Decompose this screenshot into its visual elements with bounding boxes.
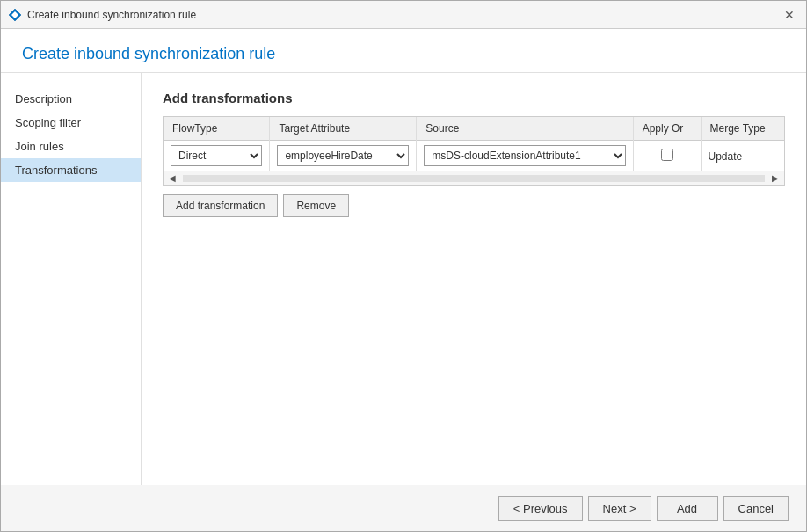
sidebar-item-description[interactable]: Description	[1, 87, 141, 111]
target-attribute-dropdown[interactable]: employeeHireDate	[277, 145, 409, 166]
col-header-apply-once: Apply Or	[633, 117, 701, 141]
table-row: Direct Expression Constant employeeHireD…	[164, 141, 784, 171]
col-header-source: Source	[417, 117, 633, 141]
cell-flow-type: Direct Expression Constant	[164, 141, 270, 171]
footer: < Previous Next > Add Cancel	[1, 485, 806, 531]
cell-apply-once	[633, 141, 701, 171]
previous-button[interactable]: < Previous	[498, 496, 583, 521]
window-title: Create inbound synchronization rule	[27, 9, 196, 21]
close-button[interactable]: ✕	[780, 5, 799, 25]
right-panel: Add transformations FlowType Target Attr…	[142, 73, 806, 485]
table-header-row: FlowType Target Attribute Source Apply O…	[164, 117, 784, 141]
page-header: Create inbound synchronization rule	[1, 29, 806, 73]
app-icon	[8, 8, 22, 22]
section-title: Add transformations	[163, 91, 785, 106]
content-area: Create inbound synchronization rule Desc…	[1, 29, 806, 485]
sidebar: Description Scoping filter Join rules Tr…	[1, 73, 142, 485]
table-scroll-wrapper: FlowType Target Attribute Source Apply O…	[164, 117, 784, 171]
sidebar-item-scoping-filter[interactable]: Scoping filter	[1, 111, 141, 135]
col-header-flow-type: FlowType	[164, 117, 270, 141]
add-transformation-button[interactable]: Add transformation	[163, 194, 278, 217]
main-window: Create inbound synchronization rule ✕ Cr…	[0, 0, 807, 532]
transformations-table-container: FlowType Target Attribute Source Apply O…	[163, 116, 785, 186]
title-bar-left: Create inbound synchronization rule	[8, 8, 196, 22]
scroll-track	[183, 175, 765, 182]
remove-button[interactable]: Remove	[283, 194, 349, 217]
source-dropdown[interactable]: msDS-cloudExtensionAttribute1	[424, 145, 625, 166]
flow-type-dropdown[interactable]: Direct Expression Constant	[171, 145, 262, 166]
horizontal-scrollbar[interactable]: ◀ ▶	[164, 171, 784, 185]
sidebar-item-join-rules[interactable]: Join rules	[1, 135, 141, 158]
main-area: Description Scoping filter Join rules Tr…	[1, 73, 806, 485]
scroll-left-button[interactable]: ◀	[164, 171, 181, 186]
scroll-right-button[interactable]: ▶	[767, 171, 784, 186]
col-header-target-attribute: Target Attribute	[270, 117, 417, 141]
title-bar: Create inbound synchronization rule ✕	[1, 1, 806, 29]
add-button[interactable]: Add	[657, 496, 718, 521]
transformations-table: FlowType Target Attribute Source Apply O…	[164, 117, 784, 171]
apply-once-checkbox[interactable]	[661, 149, 673, 161]
next-button[interactable]: Next >	[588, 496, 651, 521]
col-header-merge-type: Merge Type	[701, 117, 784, 141]
merge-type-value: Update	[709, 150, 743, 163]
page-title: Create inbound synchronization rule	[22, 45, 785, 63]
cell-merge-type: Update	[701, 141, 784, 171]
sidebar-item-transformations[interactable]: Transformations	[1, 158, 141, 182]
cell-source: msDS-cloudExtensionAttribute1	[417, 141, 633, 171]
cancel-button[interactable]: Cancel	[723, 496, 789, 521]
action-buttons: Add transformation Remove	[163, 194, 785, 217]
cell-target-attribute: employeeHireDate	[270, 141, 417, 171]
